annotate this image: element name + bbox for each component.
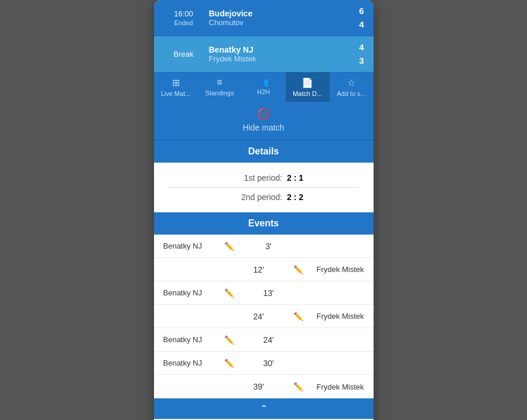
event-away-team: Frydek Mistek bbox=[306, 312, 364, 321]
period-1-label: 1st period: bbox=[224, 173, 282, 183]
event-home-team: Benatky NJ bbox=[163, 242, 222, 250]
event-time: 24' bbox=[234, 335, 303, 345]
tab-standings[interactable]: ≡ Standings bbox=[198, 73, 242, 102]
event-home-icon: ✏️ bbox=[224, 242, 234, 251]
match2-teams: Benatky NJ Frydek Mistek bbox=[204, 45, 360, 63]
event-row: Benatky NJ✏️24' bbox=[154, 328, 374, 352]
period-2-row: 2nd period: 2 : 2 bbox=[168, 188, 360, 206]
add-to-stars-icon: ☆ bbox=[347, 77, 355, 88]
hide-match-section[interactable]: 🚫 Hide match bbox=[154, 102, 374, 140]
event-away-icon: ✏️ bbox=[293, 382, 303, 391]
event-row: Benatky NJ✏️13' bbox=[154, 281, 374, 305]
match1-team2: Chomutov bbox=[209, 18, 360, 27]
match1-time-status: 16:00 Ended bbox=[163, 9, 204, 27]
match2-break-label: Break bbox=[174, 50, 194, 58]
event-time: 30' bbox=[234, 359, 303, 368]
match1-score: 6 4 bbox=[359, 5, 364, 31]
event-time: 13' bbox=[234, 288, 303, 298]
event-home-icon: ✏️ bbox=[224, 335, 234, 345]
tab-h2h[interactable]: 👥 H2H bbox=[242, 73, 286, 102]
event-home-team: Benatky NJ bbox=[163, 335, 222, 344]
event-home-team: Benatky NJ bbox=[163, 288, 222, 297]
event-home-icon: ✏️ bbox=[224, 359, 234, 368]
event-away-team: Frydek Mistek bbox=[306, 383, 364, 391]
event-time: 12' bbox=[224, 265, 293, 274]
live-matches-icon: ⊞ bbox=[172, 77, 180, 88]
period-2-label: 2nd period: bbox=[224, 192, 282, 202]
periods-section: 1st period: 2 : 1 2nd period: 2 : 2 bbox=[154, 163, 374, 212]
match2-score2: 3 bbox=[359, 56, 364, 66]
details-header: Details bbox=[154, 140, 374, 163]
event-home-team: Benatky NJ bbox=[163, 359, 222, 367]
collapse-row[interactable]: ⌃ bbox=[154, 398, 374, 419]
match2-score: 4 3 bbox=[359, 41, 364, 67]
hide-match-icon: 🚫 bbox=[257, 108, 270, 121]
event-time: 39' bbox=[224, 382, 293, 391]
h2h-icon: 👥 bbox=[259, 77, 269, 87]
tab-h2h-label: H2H bbox=[257, 88, 270, 95]
events-header-label: Events bbox=[248, 218, 279, 228]
chevron-up-icon: ⌃ bbox=[260, 403, 268, 414]
match-details-icon: 📄 bbox=[302, 77, 313, 88]
nav-tabs: ⊞ Live Mat... ≡ Standings 👥 H2H 📄 Match … bbox=[154, 73, 374, 102]
match1-score2: 4 bbox=[359, 19, 364, 29]
events-header: Events bbox=[154, 212, 374, 235]
match-row-2[interactable]: Break Benatky NJ Frydek Mistek 4 3 bbox=[154, 36, 374, 73]
match2-team1: Benatky NJ bbox=[209, 45, 360, 54]
event-row: 24'✏️Frydek Mistek bbox=[154, 305, 374, 328]
match1-status: Ended bbox=[174, 19, 193, 26]
details-header-label: Details bbox=[248, 146, 279, 156]
event-row: 39'✏️Frydek Mistek bbox=[154, 375, 374, 398]
event-time: 3' bbox=[234, 242, 303, 251]
match1-score1: 6 bbox=[359, 6, 364, 16]
match2-team2: Frydek Mistek bbox=[209, 54, 360, 63]
tab-add-to-stars-label: Add to s... bbox=[337, 90, 366, 97]
event-row: Benatky NJ✏️30' bbox=[154, 352, 374, 375]
tab-add-to-stars[interactable]: ☆ Add to s... bbox=[330, 73, 374, 102]
event-time: 24' bbox=[224, 312, 293, 321]
tab-match-details-label: Match D... bbox=[293, 90, 322, 97]
match2-status: Break bbox=[163, 50, 204, 58]
standings-icon: ≡ bbox=[217, 77, 222, 88]
tab-match-details[interactable]: 📄 Match D... bbox=[286, 73, 330, 102]
event-row: Benatky NJ✏️3' bbox=[154, 235, 374, 258]
match1-time: 16:00 bbox=[174, 9, 193, 18]
match2-score1: 4 bbox=[359, 42, 364, 52]
tab-live-matches[interactable]: ⊞ Live Mat... bbox=[154, 73, 198, 102]
tab-standings-label: Standings bbox=[206, 89, 234, 97]
period-2-score: 2 : 2 bbox=[287, 192, 303, 202]
event-row: 12'✏️Frydek Mistek bbox=[154, 258, 374, 281]
event-away-team: Frydek Mistek bbox=[306, 265, 364, 274]
match-row-1[interactable]: 16:00 Ended Budejovice Chomutov 6 4 bbox=[154, 0, 374, 36]
match1-teams: Budejovice Chomutov bbox=[204, 9, 360, 27]
period-1-row: 1st period: 2 : 1 bbox=[168, 168, 360, 188]
event-home-icon: ✏️ bbox=[224, 288, 234, 298]
event-away-icon: ✏️ bbox=[293, 312, 303, 321]
events-list: Benatky NJ✏️3'12'✏️Frydek MistekBenatky … bbox=[154, 235, 374, 398]
event-away-icon: ✏️ bbox=[293, 265, 303, 274]
hide-match-label: Hide match bbox=[243, 123, 285, 132]
period-1-score: 2 : 1 bbox=[287, 173, 303, 183]
tab-live-matches-label: Live Mat... bbox=[161, 90, 191, 97]
match1-team1: Budejovice bbox=[209, 9, 360, 18]
